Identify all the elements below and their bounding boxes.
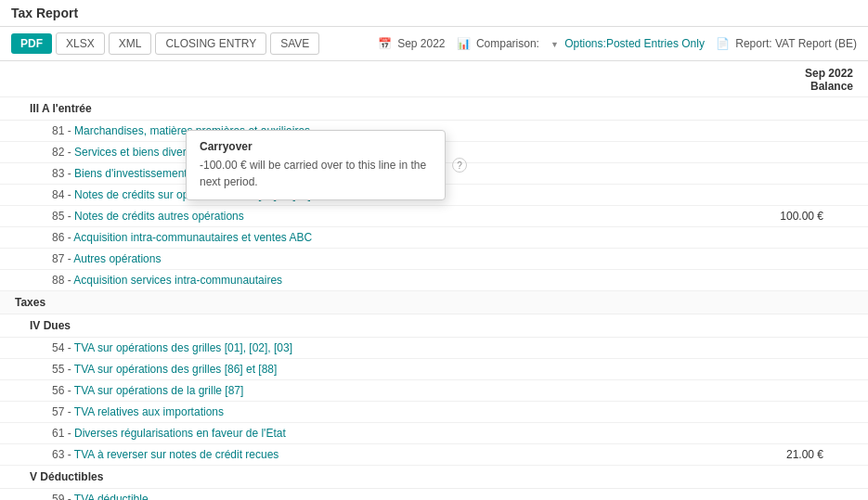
col-header-date-balance: Sep 2022 Balance	[742, 67, 853, 93]
row-link[interactable]: TVA sur opérations des grilles [01], [02…	[74, 341, 292, 354]
xml-button[interactable]: XML	[109, 32, 152, 55]
table-row: 56 - TVA sur opérations de la grille [87…	[0, 380, 868, 402]
help-icon[interactable]: ?	[452, 158, 467, 173]
row-label: 57 - TVA relatives aux importations	[52, 405, 712, 418]
section-label-taxes: Taxes	[0, 291, 868, 314]
row-label: 63 - TVA à reverser sur notes de crédit …	[52, 448, 712, 461]
report-icon: 📄	[716, 37, 730, 50]
row-link[interactable]: Diverses régularisations en faveur de l'…	[74, 427, 286, 440]
table-row: 63 - TVA à reverser sur notes de crédit …	[0, 444, 868, 466]
table-row: 81 - Marchandises, matières premières et…	[0, 121, 868, 142]
row-label: 85 - Notes de crédits autres opérations	[52, 210, 712, 223]
options-filter[interactable]: Options:Posted Entries Only	[551, 37, 705, 50]
main-content: Sep 2022 Balance III A l'entrée 81 - Mar…	[0, 61, 868, 500]
row-label: 87 - Autres opérations	[52, 252, 712, 265]
toolbar: PDF XLSX XML CLOSING ENTRY SAVE 📅 Sep 20…	[0, 27, 868, 61]
carryover-popover: Carryover -100.00 € will be carried over…	[186, 130, 446, 200]
subsection-label-dues: IV Dues	[0, 314, 868, 338]
row-link[interactable]: Notes de crédits autres opérations	[74, 210, 244, 223]
table-row: 59 - TVA déductible	[0, 489, 868, 500]
row-link[interactable]: TVA déductible	[74, 493, 149, 500]
row-link[interactable]: Autres opérations	[73, 252, 161, 265]
toolbar-right: 📅 Sep 2022 📊 Comparison: Options:Posted …	[378, 37, 857, 50]
row-label: 88 - Acquisition services intra-communau…	[52, 274, 712, 287]
closing-entry-button[interactable]: CLOSING ENTRY	[155, 32, 266, 55]
row-label: 61 - Diverses régularisations en faveur …	[52, 427, 712, 440]
row-label: 56 - TVA sur opérations de la grille [87…	[52, 384, 712, 397]
pdf-button[interactable]: PDF	[11, 33, 52, 54]
filter-icon	[551, 37, 559, 50]
table-row: 85 - Notes de crédits autres opérations …	[0, 206, 868, 227]
table-row: 57 - TVA relatives aux importations	[0, 402, 868, 423]
xlsx-button[interactable]: XLSX	[56, 32, 105, 55]
row-link[interactable]: Biens d'investissement	[74, 167, 188, 180]
row-value-63: 21.00 €	[712, 448, 823, 461]
page-title: Tax Report	[0, 0, 868, 27]
row-link[interactable]: TVA sur opérations des grilles [86] et […	[74, 363, 278, 376]
row-link[interactable]: Acquisition intra-communautaires et vent…	[73, 231, 312, 244]
section-taxes: Taxes IV Dues 54 - TVA sur opérations de…	[0, 291, 868, 500]
table-row: 86 - Acquisition intra-communautaires et…	[0, 227, 868, 249]
row-label: 55 - TVA sur opérations des grilles [86]…	[52, 363, 712, 376]
subsection-label-deductibles: V Déductibles	[0, 466, 868, 489]
row-label: 86 - Acquisition intra-communautaires et…	[52, 231, 712, 244]
row-label: 59 - TVA déductible	[52, 493, 712, 500]
section-a-entree: III A l'entrée 81 - Marchandises, matièr…	[0, 97, 868, 291]
report-selector[interactable]: 📄 Report: VAT Report (BE)	[716, 37, 857, 50]
row-link[interactable]: TVA relatives aux importations	[74, 405, 224, 418]
row-label: 54 - TVA sur opérations des grilles [01]…	[52, 341, 712, 354]
row-link[interactable]: Acquisition services intra-communautaire…	[73, 274, 282, 287]
row-link[interactable]: TVA sur opérations de la grille [87]	[74, 384, 244, 397]
table-row: 87 - Autres opérations	[0, 249, 868, 270]
row-link[interactable]: TVA à reverser sur notes de crédit recue…	[74, 448, 279, 461]
date-filter[interactable]: 📅 Sep 2022	[378, 37, 446, 50]
row-link[interactable]: Services et biens divers	[74, 146, 192, 159]
column-header-row: Sep 2022 Balance	[0, 61, 868, 97]
table-row: 54 - TVA sur opérations des grilles [01]…	[0, 338, 868, 359]
chart-icon: 📊	[457, 37, 471, 50]
comparison-filter[interactable]: 📊 Comparison:	[457, 37, 539, 50]
table-row: 61 - Diverses régularisations en faveur …	[0, 423, 868, 444]
row-value-85: 100.00 €	[712, 210, 823, 223]
calendar-icon: 📅	[378, 37, 392, 50]
table-row: 55 - TVA sur opérations des grilles [86]…	[0, 359, 868, 380]
subsection-label-entree: III A l'entrée	[0, 97, 868, 121]
table-row: 88 - Acquisition services intra-communau…	[0, 270, 868, 291]
save-button[interactable]: SAVE	[270, 32, 319, 55]
